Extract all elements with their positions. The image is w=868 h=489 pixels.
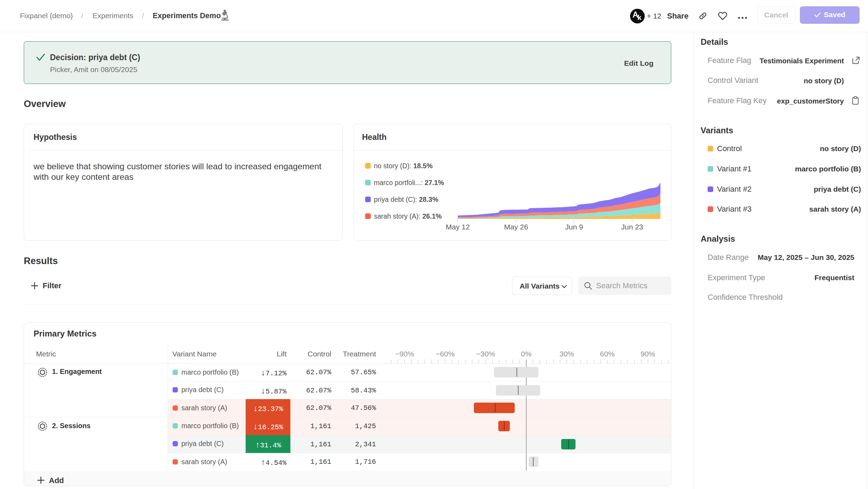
svg-text:May 26: May 26	[504, 223, 528, 231]
svg-text:Jun 23: Jun 23	[621, 223, 643, 231]
svg-text:May 12: May 12	[446, 223, 470, 231]
svg-text:Jun 9: Jun 9	[565, 223, 583, 231]
